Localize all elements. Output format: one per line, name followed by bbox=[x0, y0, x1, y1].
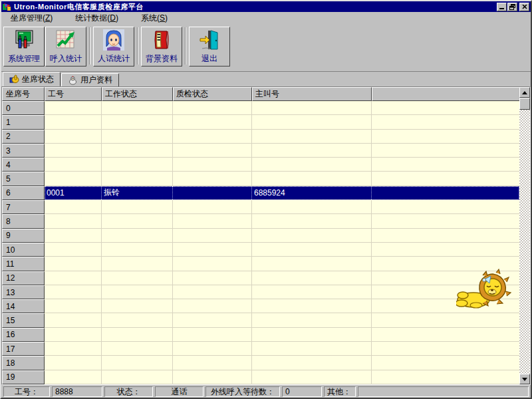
restore-button[interactable] bbox=[507, 3, 517, 11]
column-header-worker-id: 工号 bbox=[45, 87, 102, 101]
scrollbar-thumb[interactable] bbox=[519, 98, 530, 110]
cell bbox=[252, 214, 372, 227]
cell bbox=[173, 172, 252, 185]
grid-header-cells: 工号 工作状态 质检状态 主叫号 bbox=[45, 87, 519, 101]
cell bbox=[45, 342, 102, 355]
row-header-seat-number[interactable]: 13 bbox=[2, 285, 45, 299]
cell bbox=[45, 200, 102, 213]
cell bbox=[102, 243, 173, 256]
row-header-seat-number[interactable]: 17 bbox=[2, 342, 45, 356]
menu-item-seat-management[interactable]: 坐席管理(Z) bbox=[7, 11, 57, 25]
row-cells bbox=[45, 243, 519, 257]
cell bbox=[173, 243, 252, 256]
table-row[interactable]: 1 bbox=[2, 115, 519, 129]
toolbar: 系统管理 呼入统计 人话统计 bbox=[1, 25, 531, 72]
table-row[interactable]: 18 bbox=[2, 356, 519, 370]
cell-filler bbox=[372, 229, 519, 242]
table-row[interactable]: 0 bbox=[2, 101, 519, 115]
row-header-seat-number[interactable]: 7 bbox=[2, 200, 45, 214]
table-row[interactable]: 7 bbox=[2, 200, 519, 214]
cell bbox=[45, 144, 102, 157]
table-row[interactable]: 60001振铃6885924 bbox=[2, 186, 519, 200]
app-window: Utron-Monitor电信客服质检座席平台 坐席管理(Z) 统计数据(D) … bbox=[0, 0, 532, 399]
row-cells bbox=[45, 200, 519, 214]
row-header-seat-number[interactable]: 16 bbox=[2, 328, 45, 342]
table-row[interactable]: 10 bbox=[2, 243, 519, 257]
row-header-seat-number[interactable]: 5 bbox=[2, 172, 45, 186]
scrollbar-track[interactable] bbox=[519, 110, 530, 374]
background-data-button[interactable]: 背景资料 bbox=[141, 27, 182, 66]
row-header-seat-number[interactable]: 19 bbox=[2, 370, 45, 384]
cell bbox=[102, 342, 173, 355]
cell-filler bbox=[372, 243, 519, 256]
table-row[interactable]: 13 bbox=[2, 285, 519, 299]
row-header-seat-number[interactable]: 10 bbox=[2, 243, 45, 257]
row-header-seat-number[interactable]: 8 bbox=[2, 214, 45, 228]
restore-icon bbox=[509, 4, 515, 10]
status-worker-id-value: 8888 bbox=[52, 386, 102, 397]
table-row[interactable]: 12 bbox=[2, 271, 519, 285]
table-row[interactable]: 9 bbox=[2, 229, 519, 243]
row-header-seat-number[interactable]: 2 bbox=[2, 130, 45, 144]
tab-seat-status[interactable]: 坐席状态 bbox=[3, 72, 61, 86]
row-header-seat-number[interactable]: 6 bbox=[2, 186, 45, 200]
cell-filler bbox=[372, 200, 519, 213]
row-cells bbox=[45, 313, 519, 327]
cell-filler bbox=[372, 186, 519, 200]
table-row[interactable]: 8 bbox=[2, 214, 519, 228]
table-row[interactable]: 14 bbox=[2, 299, 519, 313]
exit-button[interactable]: 退出 bbox=[189, 27, 230, 66]
cell-filler bbox=[372, 130, 519, 143]
window-title: Utron-Monitor电信客服质检座席平台 bbox=[14, 2, 497, 12]
row-cells bbox=[45, 271, 519, 285]
table-row[interactable]: 4 bbox=[2, 158, 519, 172]
system-management-button[interactable]: 系统管理 bbox=[3, 27, 45, 66]
menu-item-statistics[interactable]: 统计数据(D) bbox=[71, 11, 122, 25]
toolbar-button-label: 人话统计 bbox=[98, 53, 130, 65]
incoming-call-stats-button[interactable]: 呼入统计 bbox=[45, 27, 86, 66]
table-row[interactable]: 11 bbox=[2, 257, 519, 271]
menu-item-system[interactable]: 系统(S) bbox=[137, 11, 172, 25]
seat-status-grid: 坐席号 工号 工作状态 质检状态 主叫号 01234560001振铃688592… bbox=[1, 86, 531, 385]
table-row[interactable]: 17 bbox=[2, 342, 519, 356]
row-header-seat-number[interactable]: 18 bbox=[2, 356, 45, 370]
tab-label: 坐席状态 bbox=[22, 74, 54, 85]
cell bbox=[102, 144, 173, 157]
tab-user-data[interactable]: 用户资料 bbox=[61, 73, 119, 86]
cell bbox=[173, 186, 252, 200]
cell bbox=[173, 328, 252, 341]
row-header-seat-number[interactable]: 4 bbox=[2, 158, 45, 172]
row-header-seat-number[interactable]: 3 bbox=[2, 144, 45, 158]
row-header-seat-number[interactable]: 0 bbox=[2, 101, 45, 115]
arrow-down-icon bbox=[522, 378, 527, 381]
cell bbox=[45, 101, 102, 114]
row-header-seat-number[interactable]: 14 bbox=[2, 299, 45, 313]
table-row[interactable]: 16 bbox=[2, 328, 519, 342]
table-row[interactable]: 2 bbox=[2, 130, 519, 144]
table-row[interactable]: 5 bbox=[2, 172, 519, 186]
agent-call-stats-button[interactable]: 人话统计 bbox=[93, 27, 134, 66]
row-header-seat-number[interactable]: 11 bbox=[2, 257, 45, 271]
toolbar-separator bbox=[185, 27, 186, 65]
table-row[interactable]: 3 bbox=[2, 144, 519, 158]
chart-up-icon bbox=[55, 29, 76, 51]
scroll-down-button[interactable] bbox=[519, 374, 530, 384]
row-header-seat-number[interactable]: 9 bbox=[2, 229, 45, 243]
row-cells bbox=[45, 101, 519, 115]
red-book-icon bbox=[151, 29, 172, 51]
vertical-scrollbar[interactable] bbox=[519, 87, 530, 384]
toolbar-separator bbox=[137, 27, 138, 65]
row-header-seat-number[interactable]: 1 bbox=[2, 115, 45, 129]
table-row[interactable]: 15 bbox=[2, 313, 519, 327]
close-button[interactable] bbox=[519, 3, 529, 11]
row-cells bbox=[45, 214, 519, 228]
row-header-seat-number[interactable]: 12 bbox=[2, 271, 45, 285]
titlebar[interactable]: Utron-Monitor电信客服质检座席平台 bbox=[1, 1, 531, 12]
row-header-seat-number[interactable]: 15 bbox=[2, 313, 45, 327]
table-row[interactable]: 19 bbox=[2, 370, 519, 384]
cell bbox=[45, 356, 102, 369]
scroll-up-button[interactable] bbox=[519, 87, 530, 98]
minimize-button[interactable] bbox=[497, 3, 507, 11]
cell bbox=[173, 342, 252, 355]
column-header-caller-number: 主叫号 bbox=[252, 87, 372, 101]
